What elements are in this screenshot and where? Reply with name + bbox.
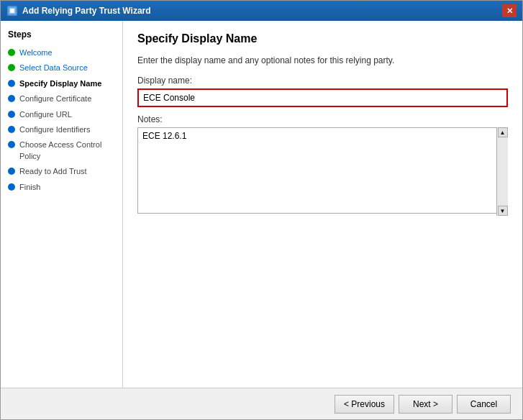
sidebar-label-configure-certificate: Configure Certificate <box>19 93 91 104</box>
scrollbar-track <box>497 137 508 206</box>
window-title: Add Relying Party Trust Wizard <box>22 6 502 16</box>
dot-icon <box>8 183 15 191</box>
sidebar-item-ready-to-add-trust[interactable]: Ready to Add Trust <box>1 164 122 179</box>
sidebar-label-specify-display-name: Specify Display Name <box>19 78 101 89</box>
sidebar-item-configure-identifiers[interactable]: Configure Identifiers <box>1 122 122 137</box>
content-area: Steps Welcome Select Data Source Specify… <box>1 21 522 388</box>
page-description: Enter the display name and any optional … <box>137 55 508 65</box>
notes-label: Notes: <box>137 114 508 124</box>
sidebar-label-finish: Finish <box>19 182 40 193</box>
notes-scrollbar: ▲ ▼ <box>496 127 508 216</box>
dot-icon <box>8 95 15 102</box>
window-icon <box>6 5 18 17</box>
dot-icon <box>8 141 15 148</box>
dot-icon <box>8 111 15 118</box>
close-button[interactable]: ✕ <box>502 4 517 17</box>
sidebar-label-configure-identifiers: Configure Identifiers <box>19 124 90 135</box>
cancel-button[interactable]: Cancel <box>457 395 511 414</box>
dot-icon <box>8 80 15 87</box>
dot-icon <box>8 49 15 56</box>
display-name-group: Display name: <box>137 76 508 107</box>
scrollbar-down-arrow[interactable]: ▼ <box>498 206 508 216</box>
sidebar: Steps Welcome Select Data Source Specify… <box>1 21 123 388</box>
sidebar-item-finish[interactable]: Finish <box>1 180 122 195</box>
dot-icon <box>8 168 15 175</box>
notes-container: ▲ ▼ <box>137 127 508 216</box>
sidebar-label-configure-url: Configure URL <box>19 109 72 120</box>
svg-rect-2 <box>10 9 14 13</box>
dot-icon <box>8 64 15 71</box>
sidebar-item-select-data-source[interactable]: Select Data Source <box>1 60 122 76</box>
display-name-label: Display name: <box>137 76 508 86</box>
dot-icon <box>8 126 15 133</box>
main-panel: Specify Display Name Enter the display n… <box>123 21 522 388</box>
wizard-window: Add Relying Party Trust Wizard ✕ Steps W… <box>0 0 523 420</box>
scrollbar-up-arrow[interactable]: ▲ <box>498 127 508 137</box>
sidebar-label-welcome: Welcome <box>19 47 53 58</box>
display-name-input[interactable] <box>137 88 508 107</box>
sidebar-item-specify-display-name[interactable]: Specify Display Name <box>1 76 122 91</box>
sidebar-item-configure-certificate[interactable]: Configure Certificate <box>1 91 122 106</box>
sidebar-title: Steps <box>1 29 122 45</box>
sidebar-label-ready-to-add-trust: Ready to Add Trust <box>19 166 87 177</box>
sidebar-item-choose-access-control-policy[interactable]: Choose Access Control Policy <box>1 137 122 164</box>
page-title: Specify Display Name <box>137 32 508 45</box>
sidebar-label-select-data-source: Select Data Source <box>19 63 88 73</box>
sidebar-item-configure-url[interactable]: Configure URL <box>1 107 122 122</box>
sidebar-item-welcome[interactable]: Welcome <box>1 45 122 60</box>
previous-button[interactable]: < Previous <box>335 395 394 414</box>
next-button[interactable]: Next > <box>399 395 452 414</box>
title-bar: Add Relying Party Trust Wizard ✕ <box>1 1 522 21</box>
sidebar-label-choose-access-control-policy: Choose Access Control Policy <box>19 140 115 162</box>
notes-group: Notes: ▲ ▼ <box>137 114 508 216</box>
footer: < Previous Next > Cancel <box>1 388 522 419</box>
notes-textarea[interactable] <box>137 127 508 214</box>
